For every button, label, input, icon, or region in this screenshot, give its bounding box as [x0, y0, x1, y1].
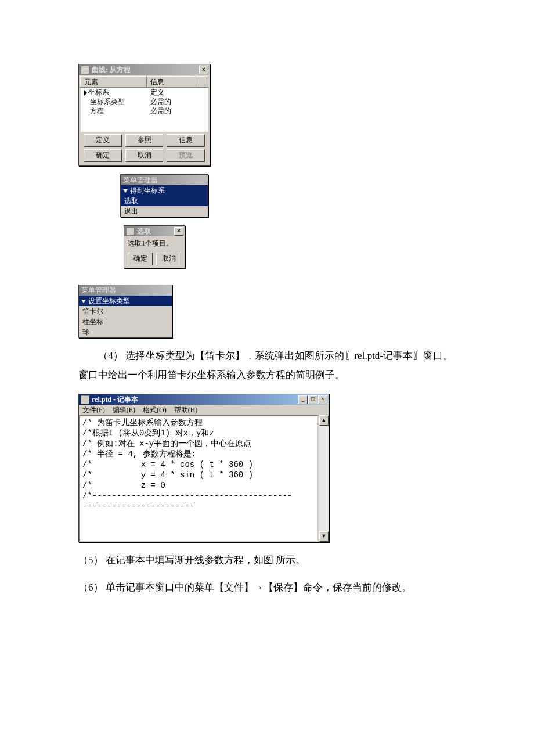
minimize-icon[interactable]: _	[298, 395, 308, 404]
menu-item-exit[interactable]: 退出	[121, 206, 208, 217]
window-icon	[126, 227, 135, 236]
scroll-track[interactable]	[319, 426, 329, 531]
menu2-selected[interactable]: 设置坐标类型	[79, 296, 172, 306]
close-icon[interactable]: ×	[199, 66, 208, 74]
triangle-down-icon	[81, 300, 86, 303]
select-dialog-titlebar: 选取 ×	[124, 226, 185, 236]
menu1-selected[interactable]: 得到坐标系	[121, 185, 208, 196]
ok-button[interactable]: 确定	[128, 253, 153, 265]
window-icon	[81, 66, 89, 74]
notepad-menubar: 文件(F) 编辑(E) 格式(O) 帮助(H)	[79, 405, 329, 415]
table-row[interactable]: 方程 必需的	[81, 106, 208, 116]
notepad-icon	[81, 395, 89, 404]
triangle-down-icon	[123, 189, 128, 193]
menu-manager-2: 菜单管理器 设置坐标类型 笛卡尔 柱坐标 球	[78, 285, 172, 338]
curve-dialog: 曲线: 从方程 × 元素 信息 坐标系 定义 坐标系类型	[78, 64, 210, 166]
maximize-icon[interactable]: □	[308, 395, 317, 404]
curve-dialog-title: 曲线: 从方程	[92, 66, 131, 73]
select-dialog-title: 选取	[137, 228, 151, 235]
paragraph-6: （6） 单击记事本窗口中的菜单【文件】→【保存】命令，保存当前的修改。	[78, 578, 453, 597]
col-element: 元素	[84, 78, 98, 86]
scroll-down-icon[interactable]: ▼	[319, 531, 329, 542]
curve-dialog-titlebar: 曲线: 从方程 ×	[79, 64, 210, 75]
menu-item-cylindrical[interactable]: 柱坐标	[79, 316, 172, 327]
scroll-up-icon[interactable]: ▲	[319, 415, 329, 426]
table-row[interactable]: 坐标系类型 必需的	[81, 97, 208, 106]
ok-button[interactable]: 确定	[84, 149, 122, 162]
select-dialog: 选取 × 选取1个项目。 确定 取消	[124, 225, 185, 268]
menu-manager-1: 菜单管理器 得到坐标系 选取 退出	[120, 174, 208, 217]
notepad-window: rel.ptd - 记事本 _ □ × 文件(F) 编辑(E) 格式(O) 帮助…	[78, 394, 329, 542]
cancel-button[interactable]: 取消	[125, 149, 164, 162]
paragraph-5: （5） 在记事本中填写渐开线参数方程，如图 所示。	[78, 550, 453, 570]
define-button[interactable]: 定义	[84, 134, 122, 147]
menu-item-cartesian[interactable]: 笛卡尔	[79, 306, 172, 316]
info-button[interactable]: 信息	[167, 134, 205, 147]
menu-format[interactable]: 格式(O)	[143, 406, 167, 414]
preview-button: 预览	[167, 149, 205, 162]
menu1-title: 菜单管理器	[121, 175, 208, 185]
notepad-titlebar: rel.ptd - 记事本 _ □ ×	[79, 394, 329, 405]
notepad-title: rel.ptd - 记事本	[92, 396, 138, 403]
menu-item-spherical[interactable]: 球	[79, 327, 172, 337]
cancel-button[interactable]: 取消	[156, 253, 181, 265]
menu-edit[interactable]: 编辑(E)	[113, 406, 135, 414]
scrollbar[interactable]: ▲ ▼	[319, 415, 329, 542]
close-icon[interactable]: ×	[318, 395, 327, 404]
menu2-title: 菜单管理器	[79, 285, 172, 296]
col-info: 信息	[150, 78, 164, 86]
element-table: 元素 信息 坐标系 定义 坐标系类型 必需的 方程 必需的	[80, 76, 208, 132]
menu-file[interactable]: 文件(F)	[82, 406, 105, 414]
menu-help[interactable]: 帮助(H)	[174, 406, 198, 414]
notepad-textarea[interactable]: /* 为笛卡儿坐标系输入参数方程 /*根据t (将从0变到1) 对x，y和z /…	[79, 415, 319, 542]
paragraph-4: （4） 选择坐标类型为【笛卡尔】，系统弹出如图所示的〖rel.ptd-记事本〗窗…	[78, 346, 453, 384]
select-dialog-msg: 选取1个项目。	[124, 236, 185, 250]
table-row[interactable]: 坐标系 定义	[81, 88, 208, 98]
menu-item-select[interactable]: 选取	[121, 196, 208, 206]
close-icon[interactable]: ×	[174, 227, 183, 236]
ref-button[interactable]: 参照	[125, 134, 164, 147]
caret-icon	[84, 90, 87, 96]
